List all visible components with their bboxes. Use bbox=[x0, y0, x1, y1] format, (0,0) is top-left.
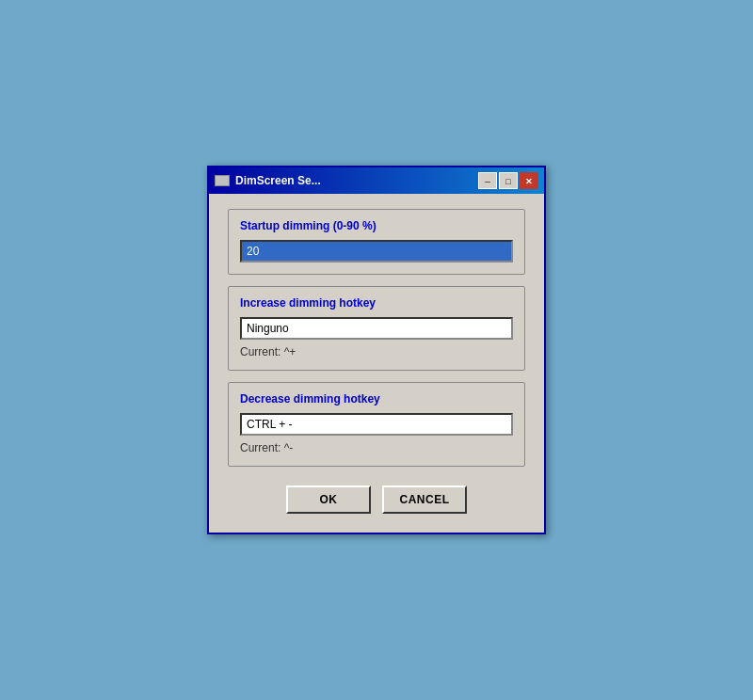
startup-dimming-group: Startup dimming (0-90 %) bbox=[228, 209, 525, 275]
increase-hotkey-label: Increase dimming hotkey bbox=[240, 296, 513, 310]
title-bar-left: DimScreen Se... bbox=[215, 174, 321, 187]
cancel-button[interactable]: CANCEL bbox=[382, 485, 467, 514]
dialog-window: DimScreen Se... Startup dimming (0-90 %)… bbox=[207, 166, 546, 534]
ok-button[interactable]: OK bbox=[286, 485, 371, 514]
close-icon bbox=[525, 176, 533, 186]
minimize-button[interactable] bbox=[478, 172, 497, 189]
increase-hotkey-group: Increase dimming hotkey Current: ^+ bbox=[228, 286, 525, 371]
startup-dimming-input[interactable] bbox=[240, 240, 513, 262]
maximize-button[interactable] bbox=[499, 172, 518, 189]
window-icon bbox=[215, 175, 230, 186]
window-body: Startup dimming (0-90 %) Increase dimmin… bbox=[209, 194, 544, 533]
minimize-icon bbox=[485, 176, 490, 186]
decrease-current-text: Current: ^- bbox=[240, 441, 513, 454]
button-row: OK CANCEL bbox=[228, 478, 525, 517]
window-title: DimScreen Se... bbox=[235, 174, 321, 187]
title-bar: DimScreen Se... bbox=[209, 167, 544, 194]
close-button[interactable] bbox=[520, 172, 538, 189]
decrease-hotkey-input[interactable] bbox=[240, 413, 513, 436]
title-bar-buttons bbox=[478, 172, 538, 189]
increase-hotkey-input[interactable] bbox=[240, 317, 513, 340]
decrease-hotkey-group: Decrease dimming hotkey Current: ^- bbox=[228, 382, 525, 467]
increase-current-text: Current: ^+ bbox=[240, 345, 513, 358]
startup-dimming-label: Startup dimming (0-90 %) bbox=[240, 219, 513, 232]
decrease-hotkey-label: Decrease dimming hotkey bbox=[240, 392, 513, 406]
maximize-icon bbox=[505, 176, 510, 186]
